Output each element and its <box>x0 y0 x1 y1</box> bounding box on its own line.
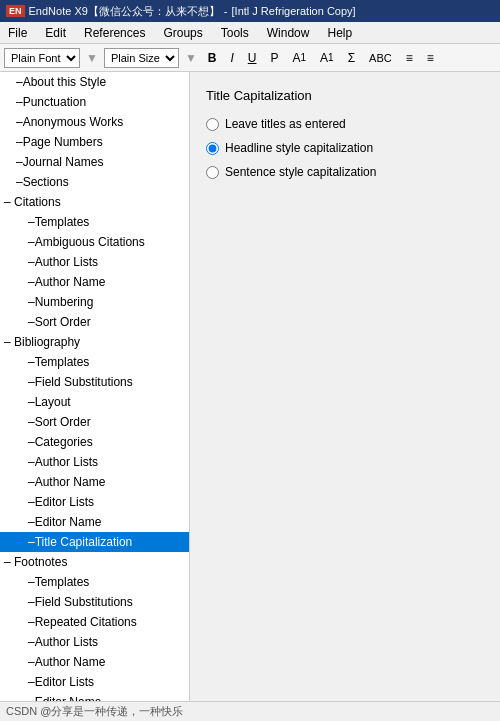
app-icon: EN <box>6 5 25 17</box>
right-panel: Title Capitalization Leave titles as ent… <box>190 72 500 701</box>
tree-item-author-name-cit[interactable]: –Author Name <box>0 272 189 292</box>
tree-item-punctuation[interactable]: –Punctuation <box>0 92 189 112</box>
radio-headline[interactable] <box>206 142 219 155</box>
status-text: CSDN @分享是一种传递，一种快乐 <box>6 704 183 719</box>
menu-item-edit[interactable]: Edit <box>41 25 70 41</box>
radio-group: Leave titles as enteredHeadline style ca… <box>206 117 484 179</box>
tree-item-sort-order-cit[interactable]: –Sort Order <box>0 312 189 332</box>
tree-item-sort-order-bib[interactable]: –Sort Order <box>0 412 189 432</box>
menu-item-file[interactable]: File <box>4 25 31 41</box>
tree-item-editor-lists[interactable]: –Editor Lists <box>0 492 189 512</box>
subscript-button[interactable]: A1 <box>315 48 339 68</box>
menu-item-tools[interactable]: Tools <box>217 25 253 41</box>
tree-item-page-numbers[interactable]: –Page Numbers <box>0 132 189 152</box>
toolbar-separator-2: ▼ <box>185 51 197 65</box>
tree-item-citations[interactable]: – Citations <box>0 192 189 212</box>
tree-panel: –About this Style–Punctuation–Anonymous … <box>0 72 190 701</box>
tree-item-numbering[interactable]: –Numbering <box>0 292 189 312</box>
sigma-button[interactable]: Σ <box>343 48 360 68</box>
radio-label-headline[interactable]: Headline style capitalization <box>225 141 373 155</box>
tree-item-citations-templates[interactable]: –Templates <box>0 212 189 232</box>
underline-button[interactable]: U <box>243 48 262 68</box>
title-bar: EN EndNote X9【微信公众号：从来不想】 - [Intl J Refr… <box>0 0 500 22</box>
title-separator: - <box>224 5 228 17</box>
main-content: –About this Style–Punctuation–Anonymous … <box>0 72 500 701</box>
radio-label-sentence[interactable]: Sentence style capitalization <box>225 165 376 179</box>
tree-item-author-name-bib[interactable]: –Author Name <box>0 472 189 492</box>
tree-item-bib-templates[interactable]: –Templates <box>0 352 189 372</box>
align-left-button[interactable]: ≡ <box>401 48 418 68</box>
menu-item-window[interactable]: Window <box>263 25 314 41</box>
tree-item-ambiguous-citations[interactable]: –Ambiguous Citations <box>0 232 189 252</box>
app-title: EndNote X9【微信公众号：从来不想】 <box>29 4 220 19</box>
plain-button[interactable]: P <box>265 48 283 68</box>
radio-label-leave[interactable]: Leave titles as entered <box>225 117 346 131</box>
tree-item-layout[interactable]: –Layout <box>0 392 189 412</box>
document-title: [Intl J Refrigeration Copy] <box>232 5 356 17</box>
tree-item-fn-templates[interactable]: –Templates <box>0 572 189 592</box>
radio-sentence[interactable] <box>206 166 219 179</box>
tree-item-field-substitutions[interactable]: –Field Substitutions <box>0 372 189 392</box>
tree-item-title-capitalization[interactable]: –Title Capitalization <box>0 532 189 552</box>
italic-button[interactable]: I <box>225 48 238 68</box>
tree-item-fn-field-substitutions[interactable]: –Field Substitutions <box>0 592 189 612</box>
section-title: Title Capitalization <box>206 88 484 103</box>
radio-leave[interactable] <box>206 118 219 131</box>
tree-item-sections[interactable]: –Sections <box>0 172 189 192</box>
tree-item-bibliography[interactable]: – Bibliography <box>0 332 189 352</box>
tree-item-footnotes[interactable]: – Footnotes <box>0 552 189 572</box>
tree-item-repeated-citations[interactable]: –Repeated Citations <box>0 612 189 632</box>
status-bar: CSDN @分享是一种传递，一种快乐 <box>0 701 500 721</box>
bold-button[interactable]: B <box>203 48 222 68</box>
tree-item-fn-author-lists[interactable]: –Author Lists <box>0 632 189 652</box>
tree-item-fn-author-name[interactable]: –Author Name <box>0 652 189 672</box>
tree-item-journal-names[interactable]: –Journal Names <box>0 152 189 172</box>
toolbar-separator-1: ▼ <box>86 51 98 65</box>
tree-item-fn-editor-name[interactable]: –Editor Name <box>0 692 189 701</box>
size-select[interactable]: Plain Size <box>104 48 179 68</box>
tree-item-categories[interactable]: –Categories <box>0 432 189 452</box>
smallcaps-button[interactable]: ABC <box>364 48 397 68</box>
menu-bar: FileEditReferencesGroupsToolsWindowHelp <box>0 22 500 44</box>
align-right-button[interactable]: ≡ <box>422 48 439 68</box>
radio-item-leave: Leave titles as entered <box>206 117 484 131</box>
menu-item-help[interactable]: Help <box>323 25 356 41</box>
tree-item-about[interactable]: –About this Style <box>0 72 189 92</box>
tree-item-fn-editor-lists[interactable]: –Editor Lists <box>0 672 189 692</box>
tree-item-anonymous-works[interactable]: –Anonymous Works <box>0 112 189 132</box>
tree-item-author-lists-cit[interactable]: –Author Lists <box>0 252 189 272</box>
menu-item-references[interactable]: References <box>80 25 149 41</box>
radio-item-headline: Headline style capitalization <box>206 141 484 155</box>
font-select[interactable]: Plain Font <box>4 48 80 68</box>
superscript-button[interactable]: A1 <box>287 48 311 68</box>
menu-item-groups[interactable]: Groups <box>159 25 206 41</box>
toolbar: Plain Font ▼ Plain Size ▼ B I U P A1 A1 … <box>0 44 500 72</box>
tree-item-editor-name[interactable]: –Editor Name <box>0 512 189 532</box>
tree-item-author-lists-bib[interactable]: –Author Lists <box>0 452 189 472</box>
radio-item-sentence: Sentence style capitalization <box>206 165 484 179</box>
